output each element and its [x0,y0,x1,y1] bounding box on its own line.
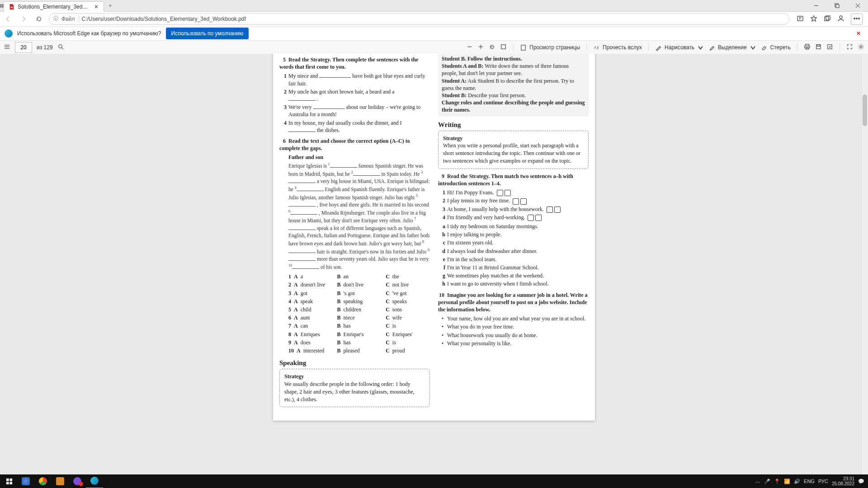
save-as-icon[interactable] [826,43,833,52]
rotate-icon[interactable] [489,43,495,52]
read-mode-icon[interactable] [797,15,804,23]
more-menu-button[interactable] [851,14,863,25]
svg-rect-30 [501,45,505,49]
forward-button[interactable] [18,14,29,24]
browser-tab[interactable]: Solutions_Elementary_3ed_Work... ✕ [4,1,104,12]
settings-gear-icon[interactable] [858,43,864,52]
speaking-heading: Speaking [279,359,430,367]
exercise-9: 9Read the Strategy. Then match two sente… [438,173,589,288]
set-default-button[interactable]: Использовать по умолчанию [166,28,249,39]
svg-point-39 [860,46,862,48]
url-scheme: Файл [61,16,79,22]
url-text: C:/Users/user/Downloads/Solutions_Elemen… [82,16,246,22]
svg-rect-12 [797,16,803,21]
exercise-5: 5Read the Strategy. Then complete the se… [279,56,430,134]
svg-text:A: A [594,45,597,50]
page-view-button[interactable]: Просмотр страницы [520,44,580,51]
profile-icon[interactable] [837,15,844,23]
svg-rect-38 [828,45,832,49]
exercise-6: 6Read the text and choose the correct op… [279,137,430,355]
new-tab-button[interactable]: ＋ [104,0,117,11]
tray-lang-2[interactable]: РУС [818,479,828,484]
refresh-button[interactable] [33,14,44,24]
default-browser-banner: Использовать Microsoft Edge как браузер … [0,27,868,41]
taskbar-app-3[interactable] [52,474,69,488]
address-bar: Файл C:/Users/user/Downloads/Solutions_E… [0,12,868,27]
svg-rect-2 [0,6,2,7]
tray-notifications-icon[interactable]: 💬 [858,479,864,484]
url-field[interactable]: Файл C:/Users/user/Downloads/Solutions_E… [49,13,789,25]
vertical-scrollbar[interactable] [861,54,868,474]
writing-strategy-box: Strategy When you write a personal profi… [438,131,589,169]
partner-instructions: Student B. Follow the instructions. Stud… [438,54,589,117]
pdf-file-icon [9,4,15,10]
pdf-viewer: 5Read the Strategy. Then complete the se… [0,54,868,474]
page-total: из 129 [37,44,53,51]
edge-logo-icon [5,29,13,38]
svg-rect-42 [6,482,9,484]
tray-location-icon[interactable]: 📍 [774,479,780,484]
find-icon[interactable] [57,43,64,52]
svg-rect-41 [9,478,12,481]
close-tab-icon[interactable]: ✕ [94,4,99,10]
favorites-icon[interactable] [810,15,817,23]
title-bar: Solutions_Elementary_3ed_Work... ✕ ＋ [0,0,868,12]
sidebar-toggle-icon[interactable] [4,43,10,52]
windows-taskbar: ︿ 🎤 📍 📶 🔊 ENG РУС 23:31 25.08.2022 💬 [0,474,868,488]
tray-wifi-icon[interactable]: 📶 [784,479,790,484]
tray-mic-icon[interactable]: 🎤 [764,479,770,484]
print-icon[interactable] [804,43,811,52]
zoom-in-icon[interactable] [477,43,484,52]
svg-rect-37 [817,45,820,47]
scroll-thumb[interactable] [863,94,867,126]
tray-clock[interactable]: 23:31 25.08.2022 [832,476,854,486]
close-window-button[interactable] [847,0,868,11]
svg-rect-31 [521,45,525,50]
site-info-icon[interactable] [53,15,59,23]
svg-rect-6 [836,5,839,8]
start-button[interactable] [1,478,17,485]
svg-line-26 [61,47,63,49]
fit-page-icon[interactable] [500,43,507,52]
back-button[interactable] [3,14,14,24]
banner-close-icon[interactable]: ✕ [854,30,863,37]
tray-volume-icon[interactable]: 🔊 [794,479,800,484]
tray-lang-1[interactable]: ENG [804,479,815,484]
page-number-input[interactable] [15,42,32,53]
writing-heading: Writing [438,121,589,129]
tray-chevron-icon[interactable]: ︿ [755,478,760,485]
taskbar-app-edge[interactable] [86,474,103,488]
erase-button[interactable]: Стереть [761,44,791,51]
svg-rect-0 [0,4,2,5]
window-controls [806,0,868,11]
svg-rect-35 [806,47,809,49]
svg-point-21 [859,18,860,19]
tab-title: Solutions_Elementary_3ed_Work... [18,4,91,10]
svg-point-18 [840,16,842,19]
highlight-button[interactable]: Выделение [708,44,756,51]
svg-point-20 [856,18,858,19]
draw-button[interactable]: Нарисовать [655,44,704,51]
taskbar-app-1[interactable] [17,474,34,488]
fullscreen-icon[interactable] [846,43,853,52]
svg-point-25 [58,45,62,48]
read-aloud-button[interactable]: AПрочесть вслух [593,44,642,51]
taskbar-app-chrome[interactable] [34,474,52,488]
svg-point-19 [854,18,855,19]
zoom-out-icon[interactable] [466,43,473,52]
pdf-toolbar: из 129 Просмотр страницы AПрочесть вслух… [0,41,868,55]
svg-marker-15 [811,16,816,21]
maximize-button[interactable] [826,0,847,11]
save-icon[interactable] [815,43,822,52]
banner-text: Использовать Microsoft Edge как браузер … [17,30,161,37]
pdf-page: 5Read the Strategy. Then complete the se… [273,54,595,421]
speaking-strategy-box: Strategy We usually describe people in t… [279,369,430,407]
taskbar-app-viber[interactable] [69,474,86,488]
collections-icon[interactable] [824,15,831,23]
tab-actions-icon[interactable] [0,0,4,11]
exercise-10: 10Imagine you are looking for a summer j… [438,291,589,347]
svg-rect-40 [6,478,9,481]
minimize-button[interactable] [806,0,826,11]
system-tray: ︿ 🎤 📍 📶 🔊 ENG РУС 23:31 25.08.2022 💬 [755,476,867,486]
svg-rect-43 [9,482,12,484]
